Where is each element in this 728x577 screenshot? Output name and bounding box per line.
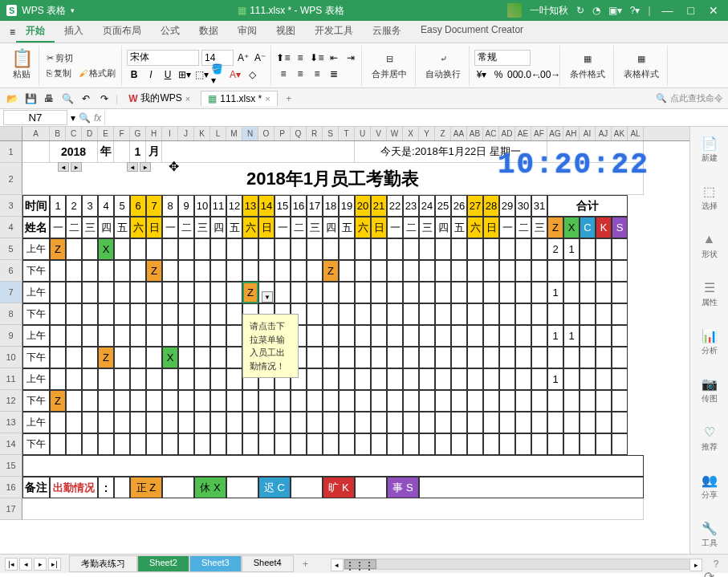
app-menu-dropdown[interactable]: ▾ [71,6,75,14]
sheet-tab-Sheet4[interactable]: Sheet4 [242,555,294,572]
decrease-font-button[interactable]: A⁻ [253,51,267,65]
cell[interactable] [596,303,612,325]
att-4-pm-13[interactable] [242,433,258,455]
att-4-pm-30[interactable] [515,433,531,455]
col-header-M[interactable]: M [226,127,242,140]
att-1-pm-19[interactable] [339,303,355,325]
clear-format-button[interactable]: ◇ [245,67,259,82]
wd-19[interactable]: 五 [339,217,355,238]
att-1-am-5[interactable] [114,282,130,303]
att-3-pm-12[interactable] [226,390,242,412]
cell[interactable] [596,390,612,412]
day-5[interactable]: 5 [114,195,130,217]
att-2-pm-11[interactable] [210,347,226,368]
sidebar-工具[interactable]: 🔧工具 [702,520,718,549]
att-3-pm-10[interactable] [194,390,210,412]
col-header-AB[interactable]: AB [467,127,483,140]
att-1-am-18[interactable] [323,282,339,303]
auto-wrap-button[interactable]: ⤶ 自动换行 [421,49,466,82]
att-1-pm-21[interactable] [371,303,387,325]
sheet-tab-Sheet2[interactable]: Sheet2 [137,555,189,572]
wd-25[interactable]: 四 [435,217,451,238]
menu-item-9[interactable]: Easy Document Creator [411,21,533,43]
att-4-pm-10[interactable] [194,433,210,455]
align-middle-button[interactable]: ≡ [293,51,307,65]
att-0-pm-2[interactable] [66,260,82,282]
wd-15[interactable]: 一 [275,217,291,238]
att-4-am-31[interactable] [531,412,547,433]
att-1-am-20[interactable] [355,282,371,303]
row-header-5[interactable]: 5 [0,238,22,260]
att-4-pm-14[interactable] [258,433,275,455]
col-header-AE[interactable]: AE [515,127,531,140]
att-0-am-14[interactable] [258,238,275,260]
wd-13[interactable]: 六 [242,217,258,238]
att-3-pm-2[interactable] [66,390,82,412]
cell[interactable] [612,303,628,325]
att-4-am-22[interactable] [387,412,403,433]
print-icon[interactable]: 🖶 [42,91,56,106]
att-0-am-31[interactable] [531,238,547,260]
att-0-am-7[interactable] [146,238,162,260]
wd-30[interactable]: 二 [515,217,531,238]
att-0-pm-4[interactable] [98,260,114,282]
att-1-am-24[interactable] [419,282,435,303]
cell[interactable] [580,347,596,368]
percent-button[interactable]: % [491,67,506,82]
sum-z-1[interactable]: 1 [547,282,563,303]
att-0-am-6[interactable] [130,238,146,260]
att-2-pm-27[interactable] [467,347,483,368]
day-11[interactable]: 11 [210,195,226,217]
att-3-am-2[interactable] [66,368,82,390]
tab-close-2[interactable]: × [265,94,270,104]
att-0-am-25[interactable] [435,238,451,260]
day-2[interactable]: 2 [66,195,82,217]
cell[interactable] [596,412,612,433]
att-3-pm-25[interactable] [435,390,451,412]
cell[interactable] [291,477,323,498]
day-31[interactable]: 31 [531,195,547,217]
day-22[interactable]: 22 [387,195,403,217]
cut-button[interactable]: ✂剪切 [44,51,118,65]
search-command[interactable]: 🔍 点此查找命令 [656,92,723,104]
wd-18[interactable]: 四 [323,217,339,238]
att-2-am-30[interactable] [515,325,531,347]
cell-dropdown-button[interactable]: ▼ [262,291,273,303]
att-1-am-30[interactable] [515,282,531,303]
cell[interactable] [563,347,580,368]
col-header-AJ[interactable]: AJ [596,127,612,140]
att-4-am-23[interactable] [403,412,419,433]
att-0-pm-7[interactable]: Z [146,260,162,282]
att-2-pm-20[interactable] [355,347,371,368]
att-3-am-8[interactable] [162,368,178,390]
att-4-am-27[interactable] [467,412,483,433]
sumcol-C[interactable]: C [580,217,596,238]
cell[interactable] [596,347,612,368]
cell[interactable] [547,260,563,282]
day-6[interactable]: 6 [130,195,146,217]
att-0-pm-18[interactable]: Z [323,260,339,282]
col-header-V[interactable]: V [371,127,387,140]
cell[interactable] [596,433,612,455]
row-header-17[interactable]: 17 [0,498,22,520]
att-1-pm-25[interactable] [435,303,451,325]
att-0-pm-10[interactable] [194,260,210,282]
att-3-pm-19[interactable] [339,390,355,412]
col-header-AK[interactable]: AK [612,127,628,140]
att-4-am-2[interactable] [66,412,82,433]
col-header-H[interactable]: H [146,127,162,140]
att-4-am-19[interactable] [339,412,355,433]
att-0-am-18[interactable] [323,238,339,260]
cell[interactable] [580,303,596,325]
att-4-am-21[interactable] [371,412,387,433]
day-27[interactable]: 27 [467,195,483,217]
att-2-am-21[interactable] [371,325,387,347]
att-2-am-18[interactable] [323,325,339,347]
att-3-pm-1[interactable]: Z下午 [50,390,66,412]
att-2-pm-6[interactable] [130,347,146,368]
wd-22[interactable]: 一 [387,217,403,238]
cell[interactable]: : [98,477,114,498]
att-2-pm-21[interactable] [371,347,387,368]
cell[interactable] [22,455,644,477]
att-1-am-4[interactable] [98,282,114,303]
